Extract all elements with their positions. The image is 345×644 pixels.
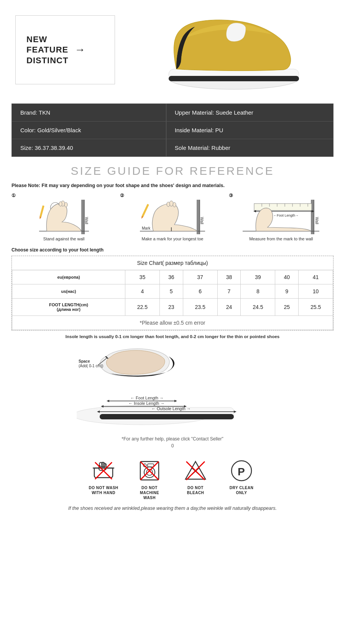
zero-count: 0 xyxy=(12,443,334,449)
dry-clean-label: DRY CLEAN ONLY xyxy=(226,485,257,495)
eu-size-36: 36 xyxy=(159,270,183,284)
eu-size-37: 37 xyxy=(183,270,217,284)
eu-size-38: 38 xyxy=(217,270,241,284)
svg-point-8 xyxy=(59,202,62,206)
size-note: Please Note: Fit may vary depending on y… xyxy=(12,183,334,188)
us-size-9: 9 xyxy=(275,284,299,299)
size-guide-title: SIZE GUIDE FOR REFERENCE xyxy=(12,164,334,177)
svg-text:Wall: Wall xyxy=(315,217,319,224)
chart-title: Size Chart( размер таблицы) xyxy=(12,256,333,270)
care-icons-section: DO NOT WASH WITH HAND DO NOT MACHINE WAS… xyxy=(0,458,345,500)
diagram-img-3: ←Foot Length→ Wall xyxy=(229,200,334,234)
choose-size-note: Choose size according to your foot lengt… xyxy=(12,247,334,253)
us-size-8: 8 xyxy=(241,284,275,299)
insole-diagram: Space (Add( 0-1 cm)) ← Foot Length → ← I… xyxy=(77,344,268,429)
foot-size-24: 24 xyxy=(217,299,241,316)
upper-material-cell: Upper Material: Suede Leather xyxy=(166,104,333,122)
feature-line1: NEW xyxy=(26,34,47,44)
eu-size-40: 40 xyxy=(275,270,299,284)
no-bleach-icon xyxy=(183,458,208,483)
dry-clean-icon: P xyxy=(229,458,254,483)
color-cell: Color: Gold/Silver/Black xyxy=(12,122,166,139)
no-hand-wash-label: DO NOT WASH WITH HAND xyxy=(88,485,119,495)
svg-text:←Foot Length→: ←Foot Length→ xyxy=(273,214,299,217)
svg-point-62 xyxy=(144,467,155,478)
size-diagrams: ① xyxy=(12,193,334,241)
size-chart-table: Size Chart( размер таблицы) eu(европа)35… xyxy=(12,256,333,330)
feature-line2: FEATURE xyxy=(26,45,68,54)
eu-size-41: 41 xyxy=(299,270,333,284)
feature-text: NEW FEATURE DISTINCT xyxy=(26,34,68,66)
diagram-step-1: ① xyxy=(12,193,116,241)
size-chart-eu-row: eu(европа)35363738394041 xyxy=(12,270,333,284)
insole-diagram-section: Space (Add( 0-1 cm)) ← Foot Length → ← I… xyxy=(12,344,334,430)
svg-text:Wall: Wall xyxy=(84,217,89,224)
top-section: NEW FEATURE DISTINCT → xyxy=(0,0,345,100)
svg-rect-12 xyxy=(197,200,200,234)
specs-row-1: Brand: TKN Upper Material: Suede Leather xyxy=(12,104,334,122)
svg-point-15 xyxy=(169,201,173,206)
care-icon-dry-clean: P DRY CLEAN ONLY xyxy=(226,458,257,495)
us-label: us(нас) xyxy=(12,284,125,299)
svg-marker-10 xyxy=(39,217,41,220)
svg-text:← Foot Length →: ← Foot Length → xyxy=(130,396,164,400)
diagram-label-2: Make a mark for your longest toe xyxy=(120,237,225,241)
specs-row-2: Color: Gold/Silver/Black Inside Material… xyxy=(12,122,334,139)
foot-size-25.5: 25.5 xyxy=(299,299,333,316)
brand-cell: Brand: TKN xyxy=(12,104,166,122)
contact-note: *For any further help, please click "Con… xyxy=(12,436,334,442)
svg-marker-47 xyxy=(107,400,109,402)
feature-line3: DISTINCT xyxy=(26,56,68,65)
care-icon-no-machine-wash: DO NOT MACHINE WASH xyxy=(134,458,165,500)
inside-material-cell: Inside Material: PU xyxy=(166,122,333,139)
foot-size-24.5: 24.5 xyxy=(241,299,275,316)
size-chart-foot-row: FOOT LENGTH(cm)(длина ног)22.52323.52424… xyxy=(12,299,333,316)
foot-label: FOOT LENGTH(cm)(длина ног) xyxy=(12,299,125,316)
svg-marker-56 xyxy=(234,411,237,413)
feature-box: NEW FEATURE DISTINCT → xyxy=(15,15,115,84)
svg-rect-41 xyxy=(100,414,234,419)
eu-size-39: 39 xyxy=(241,270,275,284)
svg-text:Wall: Wall xyxy=(200,217,204,224)
svg-text:← Outsole Length →: ← Outsole Length → xyxy=(151,406,191,411)
foot-size-22.5: 22.5 xyxy=(125,299,160,316)
svg-rect-2 xyxy=(169,76,299,81)
svg-text:Space: Space xyxy=(79,359,90,363)
svg-rect-19 xyxy=(142,204,149,217)
specs-table: Brand: TKN Upper Material: Suede Leather… xyxy=(12,104,334,157)
foot-size-25: 25 xyxy=(275,299,299,316)
eu-label: eu(европа) xyxy=(12,270,125,284)
insole-note: Insole length is usually 0-1 cm longer t… xyxy=(12,334,334,339)
no-machine-wash-icon xyxy=(137,458,162,483)
svg-text:← Insole Length →: ← Insole Length → xyxy=(128,401,164,406)
diagram-step-2: ② xyxy=(120,193,225,241)
svg-rect-3 xyxy=(81,200,84,234)
size-guide-section: SIZE GUIDE FOR REFERENCE Please Note: Fi… xyxy=(0,157,345,458)
svg-marker-48 xyxy=(174,400,177,402)
size-cell: Size: 36.37.38.39.40 xyxy=(12,139,166,157)
svg-rect-65 xyxy=(148,464,154,467)
error-note: *Please allow ±0.5 cm error xyxy=(12,316,333,330)
care-icon-no-bleach: DO NOT BLEACH xyxy=(180,458,211,495)
svg-text:P: P xyxy=(238,466,245,478)
footer-note: If the shoes received are wrinkled,pleas… xyxy=(0,506,345,519)
svg-text:(Add( 0-1 cm)): (Add( 0-1 cm)) xyxy=(79,364,103,368)
us-size-6: 6 xyxy=(183,284,217,299)
us-size-5: 5 xyxy=(159,284,183,299)
eu-size-35: 35 xyxy=(125,270,160,284)
arrow-icon: → xyxy=(74,44,85,56)
svg-point-17 xyxy=(167,202,170,207)
care-icon-no-hand-wash: DO NOT WASH WITH HAND xyxy=(88,458,119,495)
foot-size-23: 23 xyxy=(159,299,183,316)
svg-rect-9 xyxy=(39,205,44,217)
diagram-label-1: Stand against the wall xyxy=(12,237,116,241)
no-bleach-label: DO NOT BLEACH xyxy=(180,485,211,495)
shoe-illustration xyxy=(153,8,299,92)
us-size-7: 7 xyxy=(217,284,241,299)
shoe-image-area xyxy=(123,8,330,92)
diagram-img-2: Mark Wall xyxy=(120,200,225,234)
diagram-step-3: ③ xyxy=(229,193,334,241)
svg-text:Mark: Mark xyxy=(142,226,151,230)
us-size-10: 10 xyxy=(299,284,333,299)
no-hand-wash-icon xyxy=(91,458,116,483)
